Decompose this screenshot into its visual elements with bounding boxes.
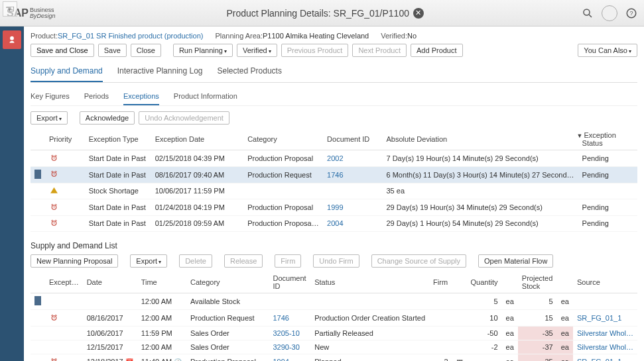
save-close-button[interactable]: Save and Close: [31, 44, 94, 57]
svg-line-8: [55, 155, 56, 156]
cell-date: 12/18/2017📅: [83, 354, 137, 361]
subtab-exceptions[interactable]: Exceptions: [123, 89, 159, 105]
row-selector-icon[interactable]: [34, 170, 41, 179]
docid-link[interactable]: 3205-10: [273, 329, 299, 337]
sd-col-time[interactable]: Time: [137, 272, 186, 293]
col-status[interactable]: ▼Exception Status: [578, 129, 637, 150]
open-material-flow-button[interactable]: Open Material Flow: [478, 254, 553, 268]
cell-proj: -35: [518, 326, 557, 340]
docid-link[interactable]: 2004: [327, 219, 343, 227]
docid-link[interactable]: 1746: [273, 314, 289, 322]
help-icon[interactable]: ?: [625, 7, 637, 19]
cell-uom: ea: [502, 326, 518, 340]
col-docid[interactable]: Document ID: [323, 129, 382, 150]
cell-status: [578, 183, 637, 199]
cell-status: Production Order Creation Started: [310, 310, 429, 327]
new-planning-proposal-button[interactable]: New Planning Proposal: [31, 254, 118, 268]
content: Product:SR_FG_01 SR Finished product (pr…: [24, 26, 644, 361]
verified-button[interactable]: Verified▾: [237, 44, 277, 57]
sd-col-proj[interactable]: Projected Stock: [518, 272, 557, 293]
product-link[interactable]: SR_FG_01 SR Finished product (production…: [58, 32, 204, 40]
page-title: Product Planning Details: SR_FG_01/P1100: [226, 8, 409, 19]
sidebar-item-alerts[interactable]: [3, 30, 21, 49]
table-row[interactable]: 12/18/2017📅11:40 AM🕐Production Proposal1…: [31, 354, 637, 361]
source-link[interactable]: SR_FG_01_1: [577, 358, 621, 361]
cell-category: Sales Order: [186, 326, 269, 340]
run-planning-button[interactable]: Run Planning▾: [173, 44, 233, 57]
table-row[interactable]: Start Date in Past08/16/2017 09:40 AMPro…: [31, 166, 637, 183]
export-button[interactable]: Export▾: [31, 111, 68, 125]
cell-source: SR_FG_01_1: [573, 310, 637, 327]
sd-col-qty[interactable]: Quantity: [467, 272, 502, 293]
search-icon[interactable]: [582, 7, 594, 19]
sd-col-status[interactable]: Status: [310, 272, 429, 293]
col-absdev[interactable]: Absolute Deviation: [382, 129, 578, 150]
acknowledge-button[interactable]: Acknowledge: [80, 111, 135, 125]
cell-puom: ea: [557, 326, 573, 340]
source-link[interactable]: Silverstar Whol…: [577, 343, 633, 351]
tab-supply-demand[interactable]: Supply and Demand: [31, 64, 103, 82]
table-row[interactable]: Start Date in Past02/15/2018 04:39 PMPro…: [31, 150, 637, 167]
save-button[interactable]: Save: [98, 44, 127, 57]
calendar-icon[interactable]: 📅: [125, 358, 133, 362]
subtab-product-info[interactable]: Product Information: [174, 89, 237, 105]
cell-proj: -37: [518, 340, 557, 354]
table-row[interactable]: 12:00 AMAvailable Stock5ea5ea: [31, 293, 637, 310]
clock-icon[interactable]: 🕐: [174, 358, 182, 362]
cell-puom: ea: [557, 354, 573, 361]
close-page-icon[interactable]: ✕: [413, 8, 424, 19]
subtab-periods[interactable]: Periods: [84, 89, 109, 105]
col-date[interactable]: Exception Date: [151, 129, 243, 150]
sd-col-except[interactable]: Except…: [45, 272, 83, 293]
add-product-button[interactable]: Add Product: [411, 44, 463, 57]
svg-line-12: [55, 171, 56, 172]
cell-date: 02/15/2018 04:39 PM: [151, 150, 243, 167]
user-avatar-icon[interactable]: [602, 5, 617, 21]
col-type[interactable]: Exception Type: [85, 129, 151, 150]
table-row[interactable]: Stock Shortage10/06/2017 11:59 PM35 ea: [31, 183, 637, 199]
svg-line-11: [51, 171, 52, 172]
docid-link[interactable]: 3290-30: [273, 343, 299, 351]
col-priority[interactable]: Priority: [45, 129, 85, 150]
sd-col-source[interactable]: Source: [573, 272, 637, 293]
table-row[interactable]: 08/16/201712:00 AMProduction Request1746…: [31, 310, 637, 327]
svg-line-1: [589, 15, 592, 17]
docid-link[interactable]: 2002: [327, 154, 343, 162]
table-row[interactable]: 10/06/201711:59 PMSales Order3205-10Part…: [31, 326, 637, 340]
source-link[interactable]: SR_FG_01_1: [577, 314, 621, 322]
table-row[interactable]: 12/15/201712:00 AMSales Order3290-30New-…: [31, 340, 637, 354]
sd-toolbar: New Planning Proposal Export▾ Delete Rel…: [31, 254, 637, 268]
subtab-key-figures[interactable]: Key Figures: [31, 89, 70, 105]
cell-uom: ea: [502, 354, 518, 361]
table-row[interactable]: Start Date in Past01/24/2018 04:19 PMPro…: [31, 199, 637, 216]
cell-qty: -2: [467, 340, 502, 354]
row-selector-icon[interactable]: [34, 296, 41, 305]
cell-time: 11:40 AM🕐: [137, 354, 186, 361]
col-category[interactable]: Category: [243, 129, 323, 150]
docid-link[interactable]: 1746: [327, 171, 343, 179]
close-button[interactable]: Close: [131, 44, 161, 57]
docid-link[interactable]: 1999: [327, 203, 343, 211]
sd-col-category[interactable]: Category: [186, 272, 269, 293]
source-link[interactable]: Silverstar Whol…: [577, 329, 633, 337]
sd-col-docid[interactable]: Document ID: [269, 272, 310, 293]
cell-proj: -35: [518, 354, 557, 361]
cell-type: Start Date in Past: [85, 150, 151, 167]
cell-date: 12/15/2017: [83, 340, 137, 354]
exceptions-table: Priority Exception Type Exception Date C…: [31, 129, 637, 232]
sd-col-firm[interactable]: Firm: [429, 272, 452, 293]
firm-button: Firm: [275, 254, 301, 268]
cell-status: Planned: [310, 354, 429, 361]
tab-selected-products[interactable]: Selected Products: [218, 64, 282, 82]
sd-export-button[interactable]: Export▾: [130, 254, 167, 268]
cell-time: 11:59 PM: [137, 326, 186, 340]
sd-col-date[interactable]: Date: [83, 272, 137, 293]
tab-planning-log[interactable]: Interactive Planning Log: [117, 64, 203, 82]
table-row[interactable]: Start Date in Past01/25/2018 09:59 AMPro…: [31, 215, 637, 232]
you-can-also-button[interactable]: You Can Also▾: [578, 44, 637, 57]
cell-qty: 10: [467, 310, 502, 327]
docid-link[interactable]: 1994: [273, 358, 289, 361]
cell-uom: ea: [502, 293, 518, 310]
cell-absdev: 35 ea: [382, 183, 578, 199]
cell-status: Pending: [578, 215, 637, 232]
